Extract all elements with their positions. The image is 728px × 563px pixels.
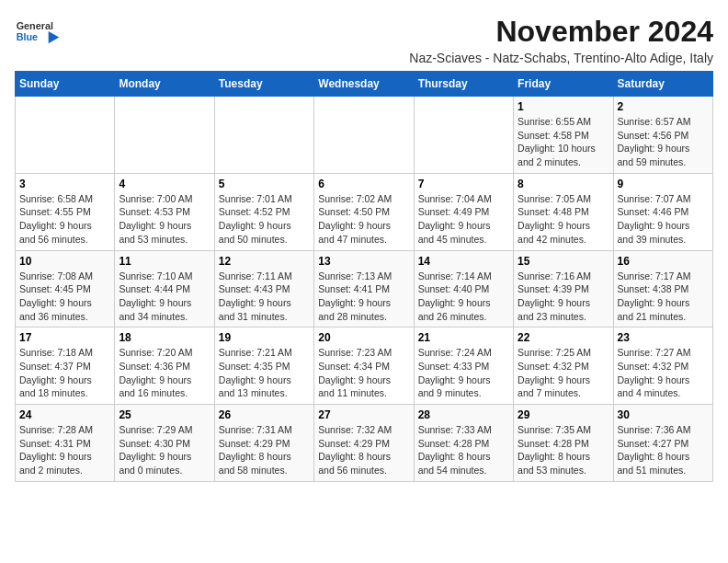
day-number: 9 — [618, 178, 709, 190]
day-info: Sunrise: 7:21 AM Sunset: 4:35 PM Dayligh… — [219, 346, 310, 400]
calendar-cell: 27Sunrise: 7:32 AM Sunset: 4:29 PM Dayli… — [314, 405, 414, 482]
week-row-1: 1Sunrise: 6:55 AM Sunset: 4:58 PM Daylig… — [16, 97, 713, 174]
day-number: 30 — [618, 408, 709, 421]
day-number: 7 — [418, 178, 509, 190]
day-number: 15 — [518, 255, 609, 268]
calendar-cell: 2Sunrise: 6:57 AM Sunset: 4:56 PM Daylig… — [613, 97, 712, 174]
calendar-cell: 21Sunrise: 7:24 AM Sunset: 4:33 PM Dayli… — [414, 327, 513, 405]
svg-marker-2 — [49, 31, 60, 43]
day-info: Sunrise: 7:24 AM Sunset: 4:33 PM Dayligh… — [418, 346, 509, 400]
day-info: Sunrise: 7:01 AM Sunset: 4:52 PM Dayligh… — [219, 192, 310, 247]
calendar-cell: 28Sunrise: 7:33 AM Sunset: 4:28 PM Dayli… — [414, 405, 513, 482]
calendar-cell: 26Sunrise: 7:31 AM Sunset: 4:29 PM Dayli… — [214, 405, 313, 482]
calendar-cell: 15Sunrise: 7:16 AM Sunset: 4:39 PM Dayli… — [514, 250, 613, 327]
day-number: 29 — [518, 408, 609, 421]
svg-text:General: General — [17, 20, 53, 31]
day-number: 18 — [119, 331, 210, 344]
calendar-cell: 1Sunrise: 6:55 AM Sunset: 4:58 PM Daylig… — [514, 97, 613, 174]
day-number: 5 — [219, 178, 310, 190]
day-number: 27 — [318, 408, 409, 421]
day-info: Sunrise: 7:11 AM Sunset: 4:43 PM Dayligh… — [219, 270, 310, 324]
day-info: Sunrise: 7:16 AM Sunset: 4:39 PM Dayligh… — [518, 270, 609, 324]
calendar-cell: 17Sunrise: 7:18 AM Sunset: 4:37 PM Dayli… — [16, 327, 115, 405]
day-info: Sunrise: 7:36 AM Sunset: 4:27 PM Dayligh… — [618, 423, 709, 477]
day-info: Sunrise: 7:04 AM Sunset: 4:49 PM Dayligh… — [418, 192, 509, 247]
day-number: 6 — [318, 178, 409, 190]
day-info: Sunrise: 6:55 AM Sunset: 4:58 PM Dayligh… — [518, 115, 609, 169]
day-number: 10 — [19, 255, 110, 268]
calendar-cell: 20Sunrise: 7:23 AM Sunset: 4:34 PM Dayli… — [314, 327, 414, 405]
day-info: Sunrise: 7:35 AM Sunset: 4:28 PM Dayligh… — [518, 423, 609, 477]
calendar-cell — [214, 97, 313, 174]
calendar-cell: 24Sunrise: 7:28 AM Sunset: 4:31 PM Dayli… — [16, 405, 115, 482]
day-info: Sunrise: 7:32 AM Sunset: 4:29 PM Dayligh… — [318, 423, 409, 477]
calendar-cell: 16Sunrise: 7:17 AM Sunset: 4:38 PM Dayli… — [613, 250, 712, 327]
day-info: Sunrise: 7:10 AM Sunset: 4:44 PM Dayligh… — [119, 270, 210, 324]
calendar-cell: 5Sunrise: 7:01 AM Sunset: 4:52 PM Daylig… — [214, 173, 313, 250]
calendar-table: SundayMondayTuesdayWednesdayThursdayFrid… — [15, 71, 713, 482]
calendar-cell: 3Sunrise: 6:58 AM Sunset: 4:55 PM Daylig… — [16, 173, 115, 250]
svg-text:Blue: Blue — [17, 31, 38, 42]
day-number: 4 — [119, 178, 210, 190]
col-header-thursday: Thursday — [414, 72, 513, 97]
calendar-cell: 4Sunrise: 7:00 AM Sunset: 4:53 PM Daylig… — [115, 173, 214, 250]
week-row-2: 3Sunrise: 6:58 AM Sunset: 4:55 PM Daylig… — [16, 173, 713, 250]
day-number: 20 — [318, 331, 409, 344]
day-info: Sunrise: 7:05 AM Sunset: 4:48 PM Dayligh… — [518, 192, 609, 247]
calendar-cell — [115, 97, 214, 174]
calendar-cell: 9Sunrise: 7:07 AM Sunset: 4:46 PM Daylig… — [613, 173, 712, 250]
calendar-cell: 14Sunrise: 7:14 AM Sunset: 4:40 PM Dayli… — [414, 250, 513, 327]
day-number: 16 — [618, 255, 709, 268]
day-number: 13 — [318, 255, 409, 268]
calendar-cell: 23Sunrise: 7:27 AM Sunset: 4:32 PM Dayli… — [613, 327, 712, 405]
day-info: Sunrise: 7:17 AM Sunset: 4:38 PM Dayligh… — [618, 270, 709, 324]
day-info: Sunrise: 7:29 AM Sunset: 4:30 PM Dayligh… — [119, 423, 210, 477]
day-number: 1 — [518, 100, 609, 113]
day-info: Sunrise: 7:23 AM Sunset: 4:34 PM Dayligh… — [318, 346, 409, 400]
col-header-wednesday: Wednesday — [314, 72, 414, 97]
day-number: 25 — [119, 408, 210, 421]
col-header-friday: Friday — [514, 72, 613, 97]
week-row-4: 17Sunrise: 7:18 AM Sunset: 4:37 PM Dayli… — [16, 327, 713, 405]
calendar-cell: 22Sunrise: 7:25 AM Sunset: 4:32 PM Dayli… — [514, 327, 613, 405]
calendar-cell: 30Sunrise: 7:36 AM Sunset: 4:27 PM Dayli… — [613, 405, 712, 482]
day-number: 28 — [418, 408, 509, 421]
calendar-cell: 6Sunrise: 7:02 AM Sunset: 4:50 PM Daylig… — [314, 173, 414, 250]
day-info: Sunrise: 7:00 AM Sunset: 4:53 PM Dayligh… — [119, 192, 210, 247]
calendar-cell: 18Sunrise: 7:20 AM Sunset: 4:36 PM Dayli… — [115, 327, 214, 405]
col-header-saturday: Saturday — [613, 72, 712, 97]
day-number: 8 — [518, 178, 609, 190]
logo-svg: General Blue — [15, 15, 61, 52]
day-info: Sunrise: 7:18 AM Sunset: 4:37 PM Dayligh… — [19, 346, 110, 400]
calendar-cell: 19Sunrise: 7:21 AM Sunset: 4:35 PM Dayli… — [214, 327, 313, 405]
day-info: Sunrise: 7:02 AM Sunset: 4:50 PM Dayligh… — [318, 192, 409, 247]
week-row-3: 10Sunrise: 7:08 AM Sunset: 4:45 PM Dayli… — [16, 250, 713, 327]
calendar-cell: 10Sunrise: 7:08 AM Sunset: 4:45 PM Dayli… — [16, 250, 115, 327]
day-number: 21 — [418, 331, 509, 344]
day-number: 23 — [618, 331, 709, 344]
day-number: 26 — [219, 408, 310, 421]
day-number: 24 — [19, 408, 110, 421]
title-area: November 2024 Naz-Sciaves - Natz-Schabs,… — [61, 15, 713, 65]
day-number: 2 — [618, 100, 709, 113]
calendar-cell: 25Sunrise: 7:29 AM Sunset: 4:30 PM Dayli… — [115, 405, 214, 482]
day-number: 11 — [119, 255, 210, 268]
col-header-tuesday: Tuesday — [214, 72, 313, 97]
day-number: 12 — [219, 255, 310, 268]
location-subtitle: Naz-Sciaves - Natz-Schabs, Trentino-Alto… — [79, 51, 713, 65]
day-info: Sunrise: 7:33 AM Sunset: 4:28 PM Dayligh… — [418, 423, 509, 477]
day-number: 22 — [518, 331, 609, 344]
day-info: Sunrise: 7:13 AM Sunset: 4:41 PM Dayligh… — [318, 270, 409, 324]
calendar-cell — [414, 97, 513, 174]
day-info: Sunrise: 7:08 AM Sunset: 4:45 PM Dayligh… — [19, 270, 110, 324]
day-info: Sunrise: 7:27 AM Sunset: 4:32 PM Dayligh… — [618, 346, 709, 400]
calendar-cell: 7Sunrise: 7:04 AM Sunset: 4:49 PM Daylig… — [414, 173, 513, 250]
day-number: 17 — [19, 331, 110, 344]
col-header-monday: Monday — [115, 72, 214, 97]
calendar-cell — [314, 97, 414, 174]
day-number: 19 — [219, 331, 310, 344]
day-info: Sunrise: 7:28 AM Sunset: 4:31 PM Dayligh… — [19, 423, 110, 477]
calendar-cell: 12Sunrise: 7:11 AM Sunset: 4:43 PM Dayli… — [214, 250, 313, 327]
calendar-cell — [16, 97, 115, 174]
day-info: Sunrise: 7:20 AM Sunset: 4:36 PM Dayligh… — [119, 346, 210, 400]
